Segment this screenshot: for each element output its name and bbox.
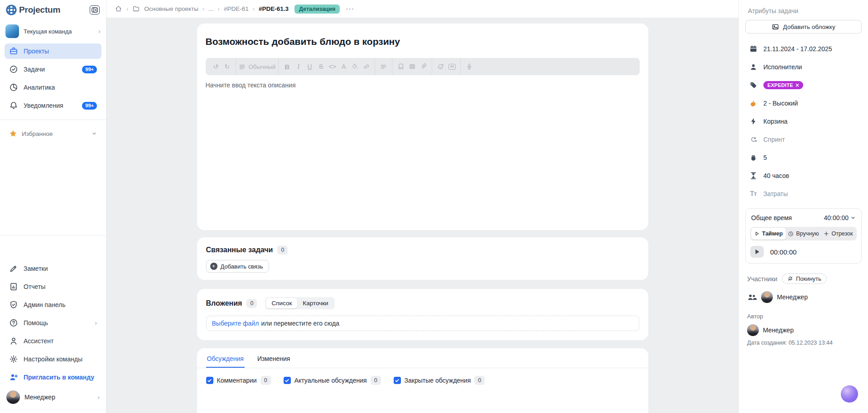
breadcrumb-ellipsis[interactable]: ... [208,5,213,12]
sidebar-item-notifications[interactable]: Уведомления 99+ [5,98,101,113]
author-row[interactable]: Менеджер [745,324,862,336]
add-cover-button[interactable]: Добавить обложку [745,20,862,34]
view-cards-tab[interactable]: Карточки [297,298,333,308]
description-input[interactable]: Начните ввод текста описания [206,82,640,89]
chevron-right-icon: › [95,319,97,327]
task-title[interactable]: Возможность добавить блюдо в корзину [206,36,640,47]
attr-priority[interactable]: 2 - Высокий [745,94,862,112]
attr-tags[interactable]: EXPEDITE [745,76,862,94]
team-switcher[interactable]: Текущая команда › [5,24,101,38]
home-icon[interactable] [115,5,122,13]
attr-sprint[interactable]: Спринт [745,130,862,149]
attachments-count: 0 [246,299,257,308]
task-content: Возможность добавить блюдо в корзину ↺ ↻… [197,18,648,413]
sidebar-item-help[interactable]: Помощь › [5,315,101,331]
app-title: Projectum [19,5,60,15]
underline-icon[interactable]: U [304,61,315,72]
timer-mode-tab[interactable]: Таймер [751,228,786,240]
person-plus-icon [9,373,18,382]
flame-icon [749,99,758,107]
attr-feature[interactable]: Корзина [745,112,862,130]
sidebar-item-invite[interactable]: Пригласить в команду [5,370,101,385]
filter-comments[interactable]: Комментарии 0 [206,376,271,385]
strikethrough-icon[interactable]: S [315,61,327,72]
choose-file-link[interactable]: Выберите файл [212,320,259,327]
pen-icon [9,264,18,273]
bold-icon[interactable]: B [281,61,293,72]
filter-closed[interactable]: Закрытые обсуждения 0 [394,376,485,385]
attr-story-points[interactable]: 5 [745,149,862,167]
sidebar-item-team-settings[interactable]: Настройки команды [5,351,101,367]
sidebar-item-favorites[interactable]: Избранное [5,126,101,141]
ai-block-icon[interactable]: AI [446,61,458,72]
sidebar-spacer [0,141,106,235]
checkbox-checked-icon[interactable] [284,377,291,384]
attr-costs[interactable]: Тт Затраты [745,185,862,203]
app-logo[interactable]: Projectum [5,4,60,16]
emoji-add-icon[interactable] [435,61,446,72]
leave-button[interactable]: Покинуть [782,274,827,284]
participants-title: Участники [747,275,777,283]
microphone-icon[interactable] [463,61,475,72]
attr-estimate[interactable]: 40 часов [745,167,862,185]
checkbox-checked-icon[interactable] [206,377,213,384]
status-badge[interactable]: Детализация [294,5,340,14]
sidebar-user-menu[interactable]: Менеджер › [6,390,100,404]
italic-icon[interactable]: I [293,61,304,72]
attributes-title: Атрибуты задачи [745,7,862,14]
sidebar-item-analytics[interactable]: Аналитика [5,80,101,95]
sidebar-item-reports[interactable]: Отчеты [5,279,101,294]
fill-color-icon[interactable] [349,61,361,72]
view-list-tab[interactable]: Список [266,298,297,308]
sidebar-collapse-button[interactable] [90,5,100,14]
description-card: Возможность добавить блюдо в корзину ↺ ↻… [197,24,648,230]
hourglass-icon [749,172,758,180]
paragraph-style-icon [239,63,246,70]
participant-row[interactable]: Менеджер [745,291,862,303]
page-icon[interactable] [395,61,406,72]
add-link-button[interactable]: + Добавить связь [206,260,269,273]
editor-toolbar: ↺ ↻ Обычный B I U S <> A [206,58,640,75]
tab-discussions[interactable]: Обсуждения [206,348,245,368]
font-color-icon[interactable]: A [338,61,349,72]
redo-icon[interactable]: ↻ [222,61,233,72]
sidebar-item-tasks[interactable]: Задачи 99+ [5,62,101,77]
tab-changes[interactable]: Изменения [256,348,291,368]
sidebar-item-assistant[interactable]: Ассистент [5,333,101,349]
start-timer-button[interactable] [750,246,764,258]
paragraph-style-dropdown[interactable]: Обычный [239,63,276,70]
manual-mode-tab[interactable]: Вручную [786,228,821,240]
toolbar-separator [432,58,432,75]
sidebar-item-projects[interactable]: Проекты [5,43,101,59]
filter-actual[interactable]: Актуальные обсуждения 0 [284,376,381,385]
sidebar-item-admin-panel[interactable]: Админ панель [5,297,101,312]
tag-icon [749,81,758,89]
attachments-title: Вложения [206,299,242,307]
interval-mode-tab[interactable]: Отрезок [821,228,856,240]
attr-dates[interactable]: 21.11.2024 - 17.02.2025 [745,40,862,58]
sidebar: Projectum Текущая команда › Проекты [0,0,106,413]
code-icon[interactable]: <> [327,61,338,72]
breadcrumb-project[interactable]: Основные проекты [144,5,198,12]
author-title: Автор [745,313,862,320]
link-icon[interactable] [361,61,372,72]
user-avatar [6,390,20,404]
attachment-icon[interactable] [418,61,429,72]
breadcrumb-more-button[interactable]: ··· [346,5,354,13]
file-dropzone[interactable]: Выберите файл или переместите его сюда [206,316,639,331]
sidebar-item-notes[interactable]: Заметки [5,261,101,276]
close-icon[interactable] [796,83,799,87]
tag-pill[interactable]: EXPEDITE [763,81,803,89]
discussions-tabs: Обсуждения Изменения [197,348,648,368]
shield-check-icon [9,300,18,309]
align-icon[interactable] [378,61,389,72]
calendar-icon [749,45,758,53]
checkbox-checked-icon[interactable] [394,377,401,384]
table-icon[interactable] [406,61,418,72]
undo-icon[interactable]: ↺ [210,61,222,72]
breadcrumb-parent-task[interactable]: #PDE-61 [224,5,249,12]
assistant-orb-button[interactable] [841,385,858,403]
time-total-toggle[interactable]: Общее время 40:00:00 [750,213,857,221]
attr-assignees[interactable]: Исполнители [745,58,862,76]
chevron-right-icon: › [97,394,100,401]
